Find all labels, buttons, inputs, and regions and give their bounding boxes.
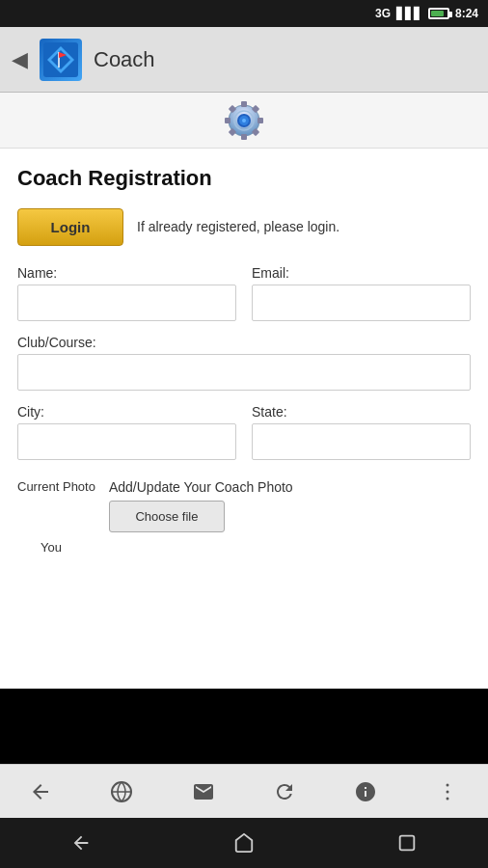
gear-bar — [0, 93, 488, 149]
nav-globe-button[interactable] — [106, 776, 137, 807]
signal-indicator: 3G — [375, 7, 391, 20]
main-content: Coach Registration Login If already regi… — [0, 149, 488, 689]
state-label: State: — [252, 404, 471, 420]
clock: 8:24 — [455, 7, 478, 20]
photo-right: Add/Update Your Coach Photo Choose file — [109, 479, 471, 532]
login-description: If already registered, please login. — [137, 218, 471, 237]
name-email-row: Name: Email: — [17, 265, 471, 321]
back-button[interactable]: ◀ — [12, 47, 28, 72]
svg-point-19 — [446, 783, 448, 786]
club-course-field: Club/Course: — [17, 335, 471, 391]
svg-rect-10 — [241, 134, 247, 140]
nav-info-button[interactable] — [350, 776, 381, 807]
city-label: City: — [17, 404, 236, 420]
settings-gear-icon — [223, 99, 265, 142]
name-label: Name: — [17, 265, 236, 281]
club-course-label: Club/Course: — [17, 335, 471, 350]
svg-point-20 — [446, 790, 448, 793]
state-col: State: — [252, 404, 471, 460]
city-state-row: City: State: — [17, 404, 471, 460]
android-system-bar — [0, 818, 488, 868]
app-title: Coach — [94, 47, 155, 72]
login-row: Login If already registered, please logi… — [17, 208, 471, 246]
svg-rect-8 — [258, 118, 263, 123]
status-bar: 3G ▋▋▋ 8:24 — [0, 0, 488, 27]
email-label: Email: — [252, 265, 471, 281]
choose-file-button[interactable]: Choose file — [109, 501, 225, 532]
app-bar: ◀ Coach — [0, 27, 488, 93]
logo-svg — [43, 42, 78, 77]
name-col: Name: — [17, 265, 236, 321]
svg-point-17 — [242, 119, 246, 122]
form-title: Coach Registration — [17, 166, 471, 191]
club-course-input[interactable] — [17, 354, 471, 391]
login-button[interactable]: Login — [17, 208, 123, 246]
nav-bar — [0, 764, 488, 818]
name-input[interactable] — [17, 285, 236, 321]
app-logo — [40, 39, 82, 81]
android-back-button[interactable] — [64, 826, 98, 860]
city-col: City: — [17, 404, 236, 460]
email-col: Email: — [252, 265, 471, 321]
photo-label-col: Current Photo — [17, 479, 95, 496]
android-home-button[interactable] — [227, 826, 261, 860]
nav-back-button[interactable] — [25, 776, 56, 807]
svg-rect-22 — [399, 836, 414, 851]
email-input[interactable] — [252, 285, 471, 321]
nav-refresh-button[interactable] — [269, 776, 300, 807]
signal-bars-icon: ▋▋▋ — [396, 7, 422, 20]
current-photo-label: Current Photo — [17, 479, 95, 496]
photo-section: Current Photo Add/Update Your Coach Phot… — [17, 474, 471, 532]
city-input[interactable] — [17, 423, 236, 460]
you-row: You — [17, 540, 471, 555]
add-photo-label: Add/Update Your Coach Photo — [109, 479, 471, 495]
nav-menu-button[interactable] — [432, 776, 463, 807]
nav-mail-button[interactable] — [188, 776, 219, 807]
you-label: You — [17, 540, 85, 555]
state-input[interactable] — [252, 423, 471, 460]
gear-svg — [223, 99, 265, 142]
android-recent-button[interactable] — [390, 826, 424, 860]
svg-rect-12 — [225, 118, 230, 123]
svg-rect-6 — [241, 101, 247, 107]
battery-icon — [428, 8, 449, 19]
svg-point-21 — [446, 797, 448, 800]
